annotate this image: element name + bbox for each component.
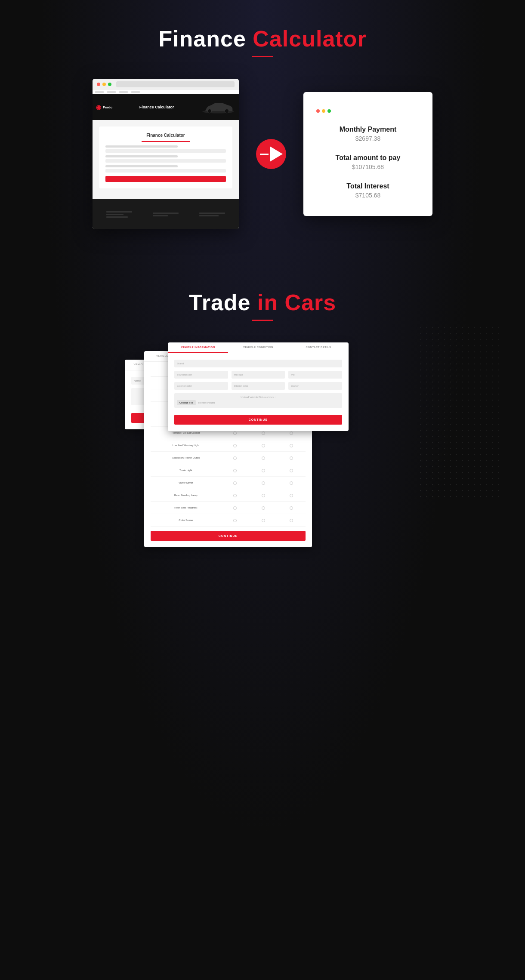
- mockup-nav-item: [119, 91, 128, 93]
- trade-title-red: in Cars: [257, 290, 336, 315]
- radio-circle[interactable]: [290, 481, 293, 485]
- radio-circle[interactable]: [262, 444, 265, 447]
- mockup-card: Finance Calculator: [99, 126, 232, 188]
- interior-color-field[interactable]: Interior color: [232, 382, 285, 390]
- radio-excellent[interactable]: [221, 454, 249, 462]
- arrow-shaft: [260, 154, 269, 155]
- tab-vehicle-condition-front[interactable]: VEHICLE CONDITION: [228, 342, 288, 353]
- mockup-calculate-btn[interactable]: [105, 176, 226, 182]
- vehicle-grid-2: Exterior color Interior color Owner: [174, 382, 342, 390]
- finance-preview: ◉ Ferdo Finance Calculator: [9, 79, 516, 229]
- vin-field[interactable]: VIN: [288, 371, 342, 379]
- component-name: Vanity Mirror: [151, 481, 221, 484]
- finance-result-card: Monthly Payment $2697.38 Total amount to…: [303, 92, 432, 216]
- arrow-container: [256, 139, 286, 169]
- transmission-label: Transmission: [177, 373, 192, 376]
- radio-excellent[interactable]: [221, 441, 249, 449]
- forms-stack: VEHICLE INFORMATION VEHICLE CONDITION CO…: [125, 342, 400, 575]
- radio-circle[interactable]: [290, 506, 293, 510]
- radio-average[interactable]: [278, 454, 306, 462]
- radio-circle[interactable]: [233, 494, 237, 497]
- mockup-footer-line: [106, 214, 124, 215]
- radio-circle[interactable]: [262, 506, 265, 510]
- radio-good[interactable]: [249, 516, 277, 524]
- result-card-browser-bar: [316, 109, 420, 113]
- mockup-footer-col: [106, 211, 132, 218]
- component-name: Rear Reading Lamp: [151, 494, 221, 496]
- brand-label: Brand: [177, 362, 184, 365]
- radio-circle[interactable]: [262, 494, 265, 497]
- mockup-input-label: [105, 145, 178, 148]
- mockup-footer-col: [199, 213, 225, 216]
- component-name: Trunk Light: [151, 469, 221, 472]
- tab-contact-details-front[interactable]: CONTACT DETILS: [288, 342, 349, 353]
- mockup-brand-name: Ferdo: [103, 105, 112, 109]
- radio-circle[interactable]: [290, 456, 293, 460]
- transmission-field[interactable]: Transmission: [174, 371, 228, 379]
- radio-excellent[interactable]: [221, 479, 249, 487]
- radio-excellent[interactable]: [221, 466, 249, 474]
- radio-good[interactable]: [249, 479, 277, 487]
- radio-circle[interactable]: [262, 469, 265, 472]
- radio-circle[interactable]: [233, 481, 237, 485]
- radio-circle[interactable]: [233, 519, 237, 522]
- component-name: Accessory Power Outlet: [151, 456, 221, 459]
- component-name: Rear Seat Headrest: [151, 506, 221, 509]
- mockup-header-title: Finance Calculator: [139, 105, 174, 109]
- radio-average[interactable]: [278, 441, 306, 449]
- radio-circle[interactable]: [290, 431, 293, 435]
- total-interest-label: Total Interest: [316, 182, 420, 190]
- mockup-footer-line: [153, 213, 179, 214]
- radio-circle[interactable]: [233, 506, 237, 510]
- radio-excellent[interactable]: [221, 504, 249, 512]
- total-interest-value: $7105.68: [316, 192, 420, 199]
- arrow-head: [270, 146, 283, 162]
- continue-btn-front[interactable]: CONTINUE: [174, 415, 342, 425]
- browser-dot-green: [108, 83, 111, 86]
- mockup-footer-line: [199, 213, 225, 214]
- brand-field[interactable]: Brand: [174, 360, 342, 367]
- radio-average[interactable]: [278, 516, 306, 524]
- radio-circle[interactable]: [233, 444, 237, 447]
- radio-circle[interactable]: [233, 431, 237, 435]
- table-row: Rear Seat Headrest: [151, 502, 306, 514]
- radio-circle[interactable]: [262, 481, 265, 485]
- radio-circle[interactable]: [233, 456, 237, 460]
- radio-good[interactable]: [249, 441, 277, 449]
- radio-average[interactable]: [278, 504, 306, 512]
- browser-bar: [93, 79, 239, 90]
- mockup-input-1: [105, 149, 226, 153]
- radio-average[interactable]: [278, 491, 306, 499]
- radio-circle[interactable]: [290, 469, 293, 472]
- result-dot-yellow: [322, 109, 325, 113]
- mileage-label: Mileage: [234, 373, 243, 376]
- component-name: Color Scene: [151, 519, 221, 521]
- tab-vehicle-info-front[interactable]: VEHICLE INFORMATION: [168, 342, 228, 353]
- radio-good[interactable]: [249, 504, 277, 512]
- mockup-car-svg: [201, 100, 235, 115]
- trade-title-underline: [252, 320, 273, 321]
- radio-excellent[interactable]: [221, 516, 249, 524]
- radio-circle[interactable]: [290, 444, 293, 447]
- radio-circle[interactable]: [262, 519, 265, 522]
- radio-average[interactable]: [278, 466, 306, 474]
- radio-circle[interactable]: [290, 494, 293, 497]
- radio-circle[interactable]: [233, 469, 237, 472]
- radio-circle[interactable]: [262, 456, 265, 460]
- exterior-color-field[interactable]: Exterior color: [174, 382, 228, 390]
- owner-field[interactable]: Owner: [288, 382, 342, 390]
- finance-title-red: Calculator: [253, 26, 366, 51]
- mockup-nav-item: [95, 91, 104, 93]
- radio-excellent[interactable]: [221, 491, 249, 499]
- mileage-field[interactable]: Mileage: [232, 371, 285, 379]
- monthly-payment-item: Monthly Payment $2697.38: [316, 126, 420, 142]
- radio-average[interactable]: [278, 479, 306, 487]
- radio-good[interactable]: [249, 454, 277, 462]
- radio-circle[interactable]: [290, 519, 293, 522]
- mockup-input-3: [105, 169, 226, 173]
- radio-good[interactable]: [249, 466, 277, 474]
- radio-good[interactable]: [249, 491, 277, 499]
- radio-circle[interactable]: [262, 431, 265, 435]
- continue-btn-mid[interactable]: CONTINUE: [151, 531, 306, 541]
- choose-file-btn[interactable]: Choose File: [177, 400, 196, 405]
